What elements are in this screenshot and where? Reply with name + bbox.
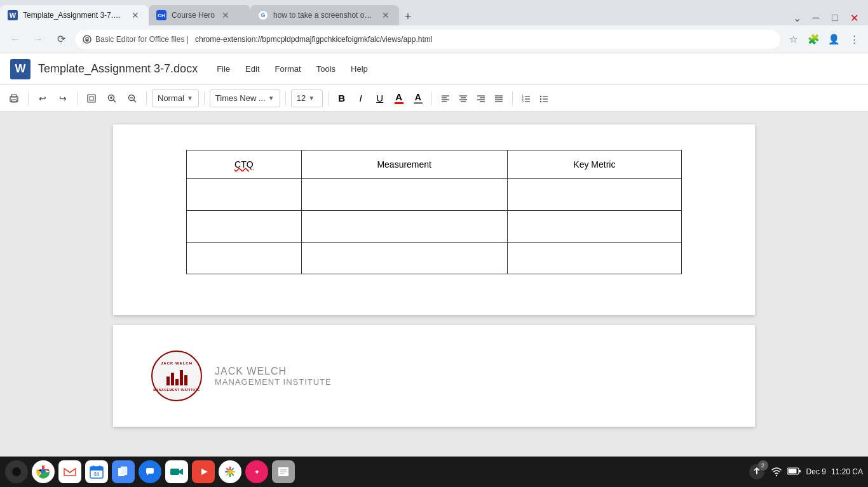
align-left-button[interactable] (437, 90, 454, 107)
date-text: Dec 9 (806, 467, 826, 476)
logo-circle: JACK WELCH MANAGEMENT INSTITUTE (151, 350, 202, 401)
menu-tools[interactable]: Tools (310, 62, 342, 76)
table-cell[interactable] (507, 243, 681, 274)
table-header-key-metric: Key Metric (507, 150, 681, 179)
minimize-button[interactable]: ─ (808, 10, 824, 25)
chrome-taskbar-icon[interactable] (32, 460, 55, 483)
tab-google[interactable]: G how to take a screenshot on a c ✕ (250, 5, 399, 25)
menu-file[interactable]: File (210, 62, 236, 76)
document-page-2: JACK WELCH MANAGEMENT INSTITUTE (113, 325, 755, 427)
menu-format[interactable]: Format (269, 62, 308, 76)
tab-google-label: how to take a screenshot on a c (273, 11, 375, 20)
table-cell[interactable] (187, 243, 302, 274)
menu-edit[interactable]: Edit (239, 62, 266, 76)
svg-rect-52 (90, 467, 103, 470)
logo-name-line1: JACK WELCH (215, 366, 332, 377)
back-button[interactable]: ← (6, 30, 24, 48)
menu-help[interactable]: Help (344, 62, 374, 76)
table-cell[interactable] (187, 211, 302, 243)
svg-text:CH: CH (158, 13, 165, 18)
forward-button[interactable]: → (29, 30, 47, 48)
record-button[interactable] (5, 460, 28, 483)
table-header-ctq: CTQ (187, 150, 302, 179)
coursehero-favicon: CH (156, 10, 166, 20)
gmail-taskbar-icon[interactable] (58, 460, 81, 483)
style-dropdown-arrow: ▼ (187, 95, 193, 102)
tab-google-close[interactable]: ✕ (380, 10, 391, 21)
align-justify-button[interactable] (491, 90, 507, 107)
style-dropdown[interactable]: Normal ▼ (152, 90, 199, 107)
notification-area[interactable]: 2 (748, 463, 766, 481)
taskbar-right: 2 Dec 9 11:20 CA (748, 463, 863, 481)
tab-bar-extras: ⌄ ─ □ ✕ (417, 10, 868, 25)
align-center-button[interactable] (455, 90, 471, 107)
table-cell[interactable] (507, 179, 681, 211)
svg-rect-10 (88, 95, 95, 102)
fit-page-button[interactable] (83, 90, 100, 107)
google-favicon: G (258, 10, 268, 20)
bookmark-button[interactable]: ☆ (785, 32, 801, 47)
redo-button[interactable]: ↪ (54, 90, 72, 107)
font-dropdown[interactable]: Times New ... ▼ (210, 90, 280, 107)
table-cell[interactable] (187, 179, 302, 211)
files-taskbar-icon[interactable] (112, 460, 135, 483)
table-cell[interactable] (507, 211, 681, 243)
italic-button[interactable]: I (353, 90, 369, 107)
more-menu-button[interactable]: ⋮ (846, 32, 862, 47)
battery-icon (787, 467, 801, 477)
tab-coursehero-close[interactable]: ✕ (220, 10, 231, 21)
undo-button[interactable]: ↩ (34, 90, 51, 107)
reload-button[interactable]: ⟳ (52, 30, 70, 48)
address-bar-input[interactable]: Basic Editor for Office files | chrome-e… (75, 30, 780, 49)
tab-bar: W Template_Assignment 3-7.docx ✕ CH Cour… (0, 0, 868, 25)
tab-word[interactable]: W Template_Assignment 3-7.docx ✕ (0, 5, 149, 25)
highlight-button[interactable]: A (410, 90, 426, 107)
ctq-label: CTQ (234, 159, 254, 170)
toolbar-separator-5 (285, 91, 286, 105)
svg-text:3.: 3. (522, 99, 524, 103)
close-window-button[interactable]: ✕ (846, 10, 862, 25)
toolbar-separator-1 (28, 91, 29, 105)
underline-button[interactable]: U (372, 90, 388, 107)
ordered-list-button[interactable]: 1.2.3. (518, 90, 534, 107)
meet-taskbar-icon[interactable] (165, 460, 188, 483)
notes-taskbar-icon[interactable] (272, 460, 295, 483)
unordered-list-button[interactable] (536, 90, 552, 107)
maximize-button[interactable]: □ (827, 10, 843, 25)
ctq-table: CTQ Measurement Key Metric (186, 150, 682, 274)
new-tab-button[interactable]: + (399, 8, 417, 25)
logo-columns (166, 368, 187, 385)
address-bar: ← → ⟳ Basic Editor for Office files | ch… (0, 25, 868, 53)
extensions-button[interactable]: 🧩 (806, 32, 821, 47)
tab-word-close[interactable]: ✕ (130, 10, 141, 21)
size-dropdown[interactable]: 12 ▼ (291, 90, 323, 107)
tab-coursehero[interactable]: CH Course Hero ✕ (149, 5, 250, 25)
table-cell[interactable] (301, 243, 507, 274)
app-bar: W Template_Assignment 3-7.docx File Edit… (0, 53, 868, 85)
calendar-taskbar-icon[interactable]: 31 (85, 460, 108, 483)
print-button[interactable] (5, 90, 23, 107)
table-cell[interactable] (301, 179, 507, 211)
record-icon (12, 467, 21, 476)
table-cell[interactable] (301, 211, 507, 243)
svg-rect-76 (799, 470, 801, 472)
font-color-button[interactable]: A (391, 90, 407, 107)
lock-icon (83, 35, 92, 44)
svg-point-65 (228, 470, 232, 474)
toolbar-separator-6 (328, 91, 329, 105)
profile-button[interactable]: 👤 (826, 32, 841, 47)
zoom-out-button[interactable] (123, 90, 141, 107)
chat-taskbar-icon[interactable] (139, 460, 161, 483)
youtube-taskbar-icon[interactable] (192, 460, 215, 483)
bold-button[interactable]: B (334, 90, 350, 107)
highlight-a: A (415, 92, 421, 102)
photos-taskbar-icon[interactable] (219, 460, 241, 483)
table-row (187, 211, 682, 243)
app1-taskbar-icon[interactable]: ✦ (245, 460, 268, 483)
document-area[interactable]: CTQ Measurement Key Metric (0, 112, 868, 457)
align-right-button[interactable] (473, 90, 489, 107)
zoom-in-button[interactable] (103, 90, 121, 107)
tab-list-button[interactable]: ⌄ (789, 10, 804, 25)
toolbar-separator-8 (512, 91, 513, 105)
svg-point-43 (540, 98, 541, 99)
